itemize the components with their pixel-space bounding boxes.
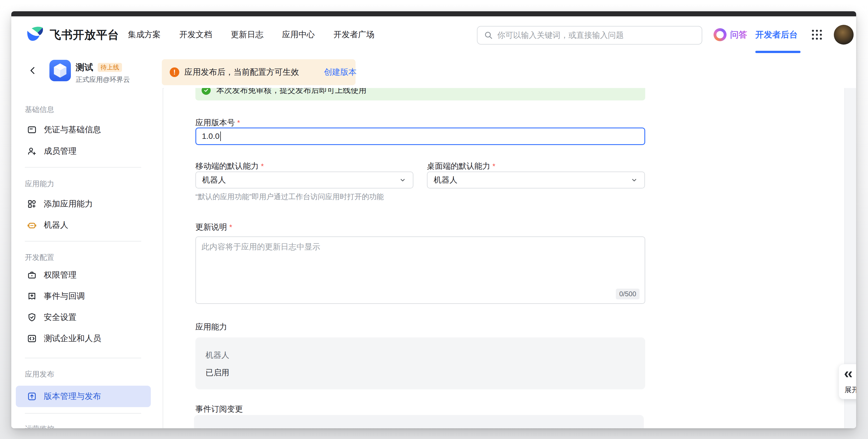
- sidebar-item-label: 事件与回调: [44, 291, 85, 302]
- warning-text: 应用发布后，当前配置方可生效: [184, 67, 299, 78]
- status-badge: 待上线: [98, 63, 122, 72]
- search-icon: [484, 31, 493, 40]
- nav-item-app-center[interactable]: 应用中心: [282, 29, 315, 40]
- sidebar-item-label: 机器人: [44, 220, 68, 231]
- sidebar-item-credentials[interactable]: 凭证与基础信息: [27, 121, 101, 138]
- brand-title: 飞书开放平台: [50, 16, 119, 53]
- chevron-down-icon: [630, 176, 638, 184]
- desktop-capability-select[interactable]: 机器人: [427, 172, 645, 189]
- sidebar-section-dev-config: 开发配置: [25, 252, 54, 262]
- update-notes-label: 更新说明*: [195, 222, 232, 233]
- nav-item-docs[interactable]: 开发文档: [179, 29, 212, 40]
- sidebar-section-basic-info: 基础信息: [25, 105, 54, 114]
- char-counter: 0/500: [616, 289, 640, 299]
- add-capability-icon: [27, 199, 37, 209]
- sidebar-item-security[interactable]: 安全设置: [27, 309, 76, 326]
- version-input[interactable]: 1.0.0: [195, 128, 645, 145]
- mobile-capability-value: 机器人: [202, 175, 399, 185]
- required-asterisk: *: [229, 223, 232, 231]
- chevron-down-icon: [399, 176, 407, 184]
- sidebar-section-release: 应用发布: [25, 369, 54, 379]
- sidebar-section-monitoring: 运营监控: [25, 424, 54, 428]
- sidebar: 基础信息 凭证与基础信息 成员管理 应用能力: [11, 88, 163, 428]
- browser-window: 飞书开放平台 集成方案 开发文档 更新日志 应用中心 开发者广场 你可以输入关键…: [11, 11, 856, 428]
- code-box-icon: [27, 334, 37, 344]
- sidebar-item-label: 安全设置: [44, 312, 76, 323]
- shield-check-icon: [27, 312, 37, 323]
- search-input[interactable]: 你可以输入关键词，或直接输入问题: [477, 26, 702, 44]
- expand-label: 展开: [844, 385, 856, 395]
- search-placeholder: 你可以输入关键词，或直接输入问题: [497, 30, 624, 41]
- mobile-capability-label-text: 移动端的默认能力: [195, 162, 259, 170]
- update-notes-placeholder: 此内容将于应用的更新日志中显示: [202, 241, 320, 252]
- active-tab-underline: [755, 51, 801, 53]
- sidebar-item-label: 成员管理: [44, 145, 76, 157]
- mobile-capability-select[interactable]: 机器人: [195, 172, 413, 189]
- capability-card: 机器人 已启用: [195, 337, 645, 390]
- sidebar-item-version-release-selected[interactable]: 版本管理与发布: [16, 386, 151, 407]
- developer-console-link[interactable]: 开发者后台: [755, 16, 798, 53]
- sidebar-item-test-org[interactable]: 测试企业和人员: [27, 330, 101, 347]
- feishu-logo-icon: [25, 25, 46, 45]
- warning-icon: !: [170, 67, 179, 77]
- version-input-value: 1.0.0: [202, 132, 219, 141]
- member-add-icon: [27, 146, 37, 156]
- app-title-row: 测试 待上线: [76, 62, 122, 73]
- top-navbar: 飞书开放平台 集成方案 开发文档 更新日志 应用中心 开发者广场 你可以输入关键…: [11, 16, 856, 54]
- required-asterisk: *: [237, 119, 240, 127]
- publish-warning-banner: ! 应用发布后，当前配置方可生效 创建版本: [162, 59, 355, 85]
- sidebar-divider: [25, 241, 141, 241]
- nav-item-integration[interactable]: 集成方案: [128, 29, 161, 40]
- desktop-capability-label: 桌面端的默认能力*: [427, 161, 495, 172]
- capability-name: 机器人: [206, 350, 229, 361]
- qa-gradient-icon[interactable]: [714, 28, 726, 41]
- nav-item-dev-plaza[interactable]: 开发者广场: [334, 29, 374, 40]
- create-version-link[interactable]: 创建版本: [324, 67, 356, 78]
- event-subscription-title: 事件订阅变更: [195, 404, 243, 414]
- briefcase-icon: [27, 270, 37, 280]
- update-notes-textarea[interactable]: 此内容将于应用的更新日志中显示 0/500: [195, 236, 645, 304]
- apps-grid-icon[interactable]: [811, 29, 823, 41]
- version-label-text: 应用版本号: [195, 118, 235, 127]
- sidebar-divider: [25, 413, 141, 414]
- cube-icon: [50, 60, 71, 81]
- nav-item-changelog[interactable]: 更新日志: [231, 29, 264, 40]
- required-asterisk: *: [261, 162, 264, 170]
- success-banner-text: 本次发布免审核，提交发布后即可上线使用: [216, 88, 367, 96]
- sidebar-item-label: 版本管理与发布: [44, 391, 101, 402]
- window-top-bar: [11, 11, 856, 16]
- app-subtitle: 正式应用@环界云: [76, 75, 130, 84]
- event-subscription-card: [194, 415, 644, 428]
- qa-link[interactable]: 问答: [730, 16, 747, 53]
- capability-hint: “默认的应用功能”即用户通过工作台访问应用时打开的功能: [195, 192, 384, 202]
- text-cursor: [220, 132, 221, 141]
- nav-menu: 集成方案 开发文档 更新日志 应用中心 开发者广场: [128, 16, 374, 53]
- capability-section-title: 应用能力: [195, 322, 227, 332]
- app-icon: [50, 60, 71, 81]
- required-asterisk: *: [492, 162, 495, 170]
- mobile-capability-label: 移动端的默认能力*: [195, 161, 264, 172]
- expand-panel-button[interactable]: ‹‹ 展开: [839, 364, 856, 399]
- sidebar-item-add-capability[interactable]: 添加应用能力: [27, 196, 93, 212]
- desktop-capability-value: 机器人: [434, 175, 630, 185]
- sidebar-divider: [25, 358, 141, 358]
- update-notes-label-text: 更新说明: [195, 223, 227, 231]
- sidebar-divider: [25, 167, 141, 168]
- sidebar-item-members[interactable]: 成员管理: [27, 143, 76, 160]
- version-field-label: 应用版本号*: [195, 117, 240, 128]
- sidebar-item-label: 添加应用能力: [44, 198, 93, 210]
- double-chevron-left-icon: ‹‹: [844, 365, 851, 382]
- app-header: 测试 待上线 正式应用@环界云 ! 应用发布后，当前配置方可生效 创建版本: [11, 53, 856, 89]
- back-icon[interactable]: [28, 66, 37, 75]
- sidebar-item-label: 权限管理: [44, 269, 76, 281]
- sidebar-item-permissions[interactable]: 权限管理: [27, 267, 76, 283]
- sidebar-item-bot[interactable]: 机器人: [27, 217, 68, 234]
- sidebar-item-events[interactable]: 事件与回调: [27, 288, 85, 305]
- desktop-capability-label-text: 桌面端的默认能力: [427, 162, 490, 170]
- main-content: 本次发布免审核，提交发布后即可上线使用 应用版本号* 1.0.0 移动端的默认能…: [164, 88, 844, 428]
- publish-icon: [27, 391, 37, 402]
- user-avatar[interactable]: [834, 25, 854, 44]
- robot-icon: [27, 220, 37, 230]
- sidebar-item-label: 测试企业和人员: [44, 333, 101, 344]
- sidebar-section-capabilities: 应用能力: [25, 179, 54, 189]
